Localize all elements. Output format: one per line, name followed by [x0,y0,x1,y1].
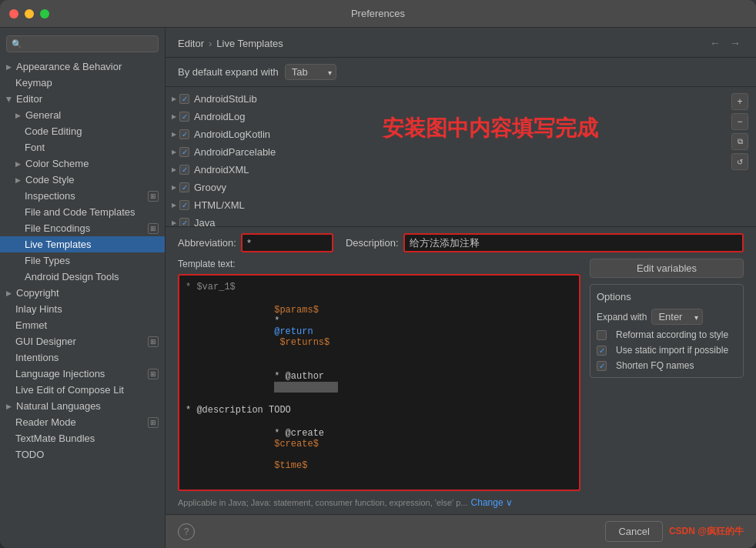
group-name: Groovy [194,182,226,193]
group-name: AndroidXML [194,164,249,175]
sidebar-item-gui-designer[interactable]: GUI Designer ⊞ [0,333,165,349]
reformat-row: Reformat according to style [597,329,737,340]
sidebar-item-label: TODO [15,449,44,460]
reformat-checkbox[interactable] [597,330,607,340]
sidebar-item-textmate-bundles[interactable]: TextMate Bundles [0,430,165,446]
sidebar-item-intentions[interactable]: Intentions [0,349,165,366]
template-group-java: ▶ Java [166,214,725,226]
sidebar-item-natural-languages[interactable]: ▶ Natural Languages [0,398,165,414]
description-label: Description: [346,237,399,249]
cancel-button[interactable]: Cancel [605,521,662,542]
breadcrumb-live-templates: Live Templates [216,38,283,49]
group-checkbox[interactable] [179,165,189,175]
sidebar-item-file-types[interactable]: File Types [0,252,165,269]
abbreviation-input[interactable] [241,233,333,252]
revert-button[interactable]: ↺ [731,153,748,170]
sidebar-item-reader-mode[interactable]: Reader Mode ⊞ [0,414,165,430]
sidebar-item-keymap[interactable]: Keymap [0,75,165,91]
expand-with-select[interactable]: Tab Enter Space [285,64,336,80]
badge-icon: ⊞ [148,369,159,379]
copy-button[interactable]: ⧉ [731,133,748,150]
applicable-text: Applicable in Java; Java: statement, con… [178,498,468,507]
sidebar-item-label: Font [25,142,45,153]
sidebar-item-file-code-templates[interactable]: File and Code Templates [0,204,165,220]
main-content: 🔍 ▶ Appearance & Behavior Keymap ▶ Edito… [0,28,756,548]
sidebar-item-font[interactable]: Font [0,139,165,155]
traffic-lights [9,9,49,18]
template-group-header[interactable]: ▶ AndroidLogKotlin [166,127,725,142]
template-line3: * @author ██████ [186,360,573,403]
sidebar-item-editor[interactable]: ▶ Editor [0,91,165,107]
template-text-label: Template text: [178,259,580,269]
abbreviation-group: Abbreviation: [178,233,333,252]
template-text-area[interactable]: * $var_1$ $params$ * @return $returns$ *… [178,274,580,491]
group-chevron-icon: ▶ [172,166,176,173]
sidebar-item-file-encodings[interactable]: File Encodings ⊞ [0,220,165,236]
action-buttons: Cancel CSDN @疯狂的牛 [605,521,744,542]
badge-icon: ⊞ [148,417,159,428]
abbreviation-label: Abbreviation: [178,237,236,249]
search-box[interactable]: 🔍 [6,35,159,52]
help-button[interactable]: ? [178,523,195,540]
group-checkbox[interactable] [179,129,189,139]
group-checkbox[interactable] [179,182,189,192]
template-group-androidparcelable: ▶ AndroidParcelable [166,143,725,161]
template-group-header[interactable]: ▶ AndroidXML [166,162,725,177]
sidebar-item-appearance[interactable]: ▶ Appearance & Behavior [0,58,165,75]
sidebar-item-code-style[interactable]: ▶ Code Style [0,172,165,188]
search-input[interactable] [25,38,153,49]
sidebar-item-copyright[interactable]: ▶ Copyright [0,285,165,301]
sidebar-item-inlay-hints[interactable]: Inlay Hints [0,301,165,317]
edit-variables-button[interactable]: Edit variables [590,259,744,278]
sidebar-item-label: Color Scheme [25,158,89,169]
template-group-header[interactable]: ▶ AndroidStdLib [166,92,725,106]
add-button[interactable]: + [731,93,748,110]
template-group-header[interactable]: ▶ HTML/XML [166,198,725,212]
expand-with-select-wrapper: Tab Enter Space [651,309,703,325]
options-expand-select[interactable]: Tab Enter Space [651,309,703,325]
template-group-header[interactable]: ▶ Groovy [166,180,725,195]
nav-arrows: ← → [707,35,744,51]
sidebar-item-color-scheme[interactable]: ▶ Color Scheme [0,155,165,172]
breadcrumb-separator: › [209,38,212,49]
sidebar-item-language-injections[interactable]: Language Injections ⊞ [0,366,165,382]
minimize-button[interactable] [25,9,34,18]
template-line4: * @description TODO [186,405,573,416]
sidebar-item-code-editing[interactable]: Code Editing [0,123,165,139]
description-input[interactable] [403,233,744,252]
group-checkbox[interactable] [179,200,189,210]
group-checkbox[interactable] [179,94,189,104]
csdn-badge: CSDN @疯狂的牛 [669,525,744,538]
template-group-header[interactable]: ▶ AndroidParcelable [166,145,725,159]
back-arrow[interactable]: ← [707,35,724,51]
close-button[interactable] [9,9,18,18]
sidebar-item-todo[interactable]: TODO [0,446,165,463]
main-panel: Editor › Live Templates ← → By default e… [166,28,756,548]
sidebar-item-emmet[interactable]: Emmet [0,317,165,333]
group-chevron-icon: ▶ [172,184,176,191]
group-checkbox[interactable] [179,112,189,122]
sidebar-item-inspections[interactable]: Inspections ⊞ [0,188,165,204]
shorten-fq-checkbox[interactable] [597,361,607,371]
sidebar-item-label: File Types [25,255,70,266]
group-checkbox[interactable] [179,218,189,226]
maximize-button[interactable] [40,9,49,18]
sidebar-item-general[interactable]: ▶ General [0,107,165,123]
template-group-androidstdlib: ▶ AndroidStdLib [166,90,725,108]
static-import-checkbox[interactable] [597,346,607,356]
sidebar-item-label: Copyright [16,287,59,299]
chevron-icon: ▶ [15,160,21,168]
change-link[interactable]: Change ∨ [471,497,513,508]
group-checkbox[interactable] [179,147,189,157]
forward-arrow[interactable]: → [727,35,744,51]
template-group-header[interactable]: ▶ AndroidLog [166,109,725,124]
sidebar-item-live-edit-compose[interactable]: Live Edit of Compose Lit [0,382,165,398]
static-import-label: Use static import if possible [616,345,728,356]
group-chevron-icon: ▶ [172,202,176,209]
remove-button[interactable]: − [731,113,748,130]
template-group-header[interactable]: ▶ Java [166,216,725,226]
sidebar-item-live-templates[interactable]: Live Templates [0,236,165,252]
sidebar-item-label: Language Injections [15,368,105,379]
sidebar-item-android-design-tools[interactable]: Android Design Tools [0,269,165,285]
chevron-icon: ▶ [15,176,21,184]
